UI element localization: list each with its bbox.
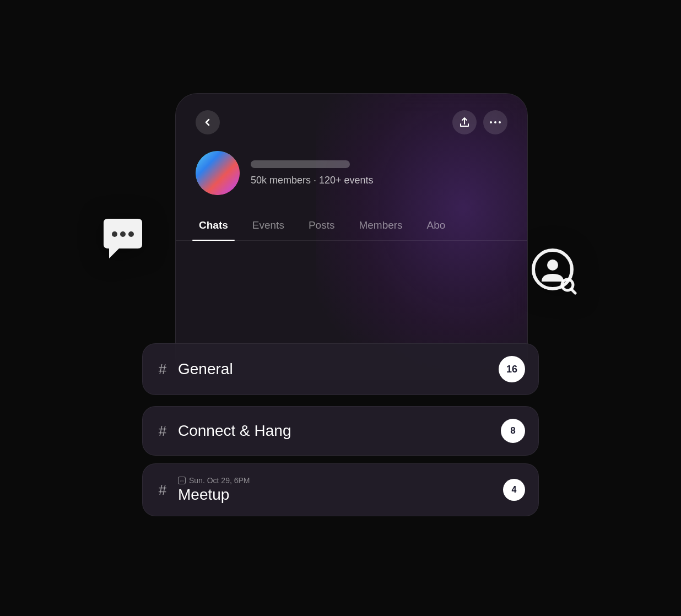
person-search-icon [528, 247, 577, 297]
share-button[interactable] [452, 110, 477, 134]
header-bar [176, 94, 527, 145]
tab-posts[interactable]: Posts [296, 212, 347, 240]
chat-card-general[interactable]: # General 16 [142, 343, 539, 395]
svg-point-7 [490, 121, 492, 123]
tab-events[interactable]: Events [240, 212, 296, 240]
event-date-text: Sun. Oct 29, 6PM [189, 476, 250, 485]
tab-members[interactable]: Members [347, 212, 414, 240]
chat-name-meetup: Meetup [178, 486, 494, 504]
chat-item-general: # General 16 [156, 344, 525, 395]
header-actions [452, 110, 507, 134]
event-date: ▭ Sun. Oct 29, 6PM [178, 476, 494, 485]
tab-navigation: Chats Events Posts Members Abo [176, 212, 527, 241]
chat-name-connect: Connect & Hang [178, 422, 492, 440]
svg-point-4 [547, 260, 558, 271]
profile-info: 50k members · 120+ events [251, 160, 507, 186]
chat-item-connect: # Connect & Hang 8 [156, 407, 525, 455]
svg-line-6 [571, 289, 575, 293]
hash-icon-meetup: # [156, 482, 169, 499]
chat-card-meetup[interactable]: # ▭ Sun. Oct 29, 6PM Meetup 4 [142, 463, 539, 516]
hash-icon-general: # [156, 361, 169, 378]
svg-point-0 [112, 231, 117, 237]
profile-section: 50k members · 120+ events [176, 145, 527, 212]
chat-item-meetup: # ▭ Sun. Oct 29, 6PM Meetup 4 [156, 464, 525, 516]
hash-icon-connect: # [156, 423, 169, 440]
svg-point-8 [494, 121, 496, 123]
chat-name-general: General [178, 360, 490, 378]
unread-badge-meetup: 4 [503, 479, 525, 501]
app-scene: 50k members · 120+ events Chats Events P… [131, 93, 550, 523]
avatar [196, 151, 240, 195]
more-button[interactable] [483, 110, 507, 134]
avatar-inner [196, 151, 240, 195]
unread-badge-general: 16 [499, 356, 525, 382]
profile-name-bar [251, 160, 350, 168]
unread-badge-connect: 8 [501, 419, 525, 443]
back-button[interactable] [196, 110, 220, 134]
calendar-icon: ▭ [178, 477, 186, 484]
svg-point-9 [499, 121, 501, 123]
meetup-info: ▭ Sun. Oct 29, 6PM Meetup [178, 476, 494, 504]
svg-point-2 [128, 231, 134, 237]
app-card: 50k members · 120+ events Chats Events P… [175, 93, 528, 380]
tab-chats[interactable]: Chats [187, 212, 240, 240]
chat-bubble-icon [98, 214, 148, 264]
chat-card-connect[interactable]: # Connect & Hang 8 [142, 406, 539, 456]
svg-point-1 [120, 231, 126, 237]
profile-meta: 50k members · 120+ events [251, 175, 507, 186]
tab-about[interactable]: Abo [415, 212, 458, 240]
